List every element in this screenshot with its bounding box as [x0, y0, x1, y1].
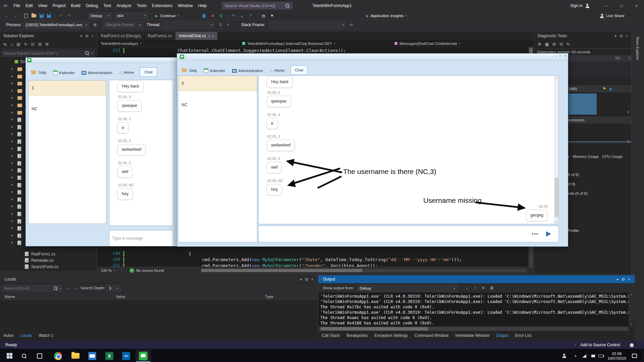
menu-item[interactable]: Build: [68, 0, 83, 11]
solution-search-box[interactable]: ▾: [2, 50, 95, 57]
menu-item[interactable]: Test: [101, 0, 114, 11]
message-area[interactable]: Hey back 02.05, 3 qweqwe 02.05, 3 e 02.0…: [109, 80, 173, 226]
zoom-in-icon[interactable]: ⊞: [552, 42, 556, 47]
vs-search-box[interactable]: Search Visual Studio (Ctrl+Q): [222, 2, 292, 9]
menu-item[interactable]: Tools: [134, 0, 149, 11]
chat-overflow-button[interactable]: •••: [532, 231, 539, 237]
process-dropdown[interactable]: [19032] TelerikWinFormsApp1.exe▾: [23, 21, 89, 28]
locals-header[interactable]: Locals ▾ ⊟ ×: [0, 275, 318, 283]
scroll-down-icon[interactable]: ▼: [630, 323, 632, 325]
chat-scrollbar[interactable]: ▲ ▼: [554, 76, 558, 224]
minimize-button[interactable]: –: [599, 0, 614, 11]
close-button[interactable]: ×: [564, 54, 566, 58]
task-view-button[interactable]: [35, 349, 44, 362]
undo-icon[interactable]: ↶: [59, 11, 63, 20]
tool-window-tab[interactable]: Exception Settings: [371, 331, 411, 340]
search-depth-dropdown[interactable]: 3▾: [107, 285, 121, 292]
navigate-back-icon[interactable]: ←: [5, 11, 9, 20]
vscode-icon[interactable]: </>: [121, 349, 131, 362]
chat-window-front[interactable]: – □ × ☎Salg Kalender Administration ⌂Hom…: [177, 53, 568, 247]
tray-chevron-up-icon[interactable]: ∧: [572, 349, 579, 362]
code-map-icon[interactable]: ▤: [262, 11, 265, 20]
code-health-indicator[interactable]: ✓No issues found: [129, 267, 164, 274]
output-console[interactable]: 'TelerikWinFormsApp1.exe' (CLR v4.0.3031…: [318, 293, 629, 326]
refresh-icon[interactable]: ↻: [24, 42, 28, 47]
navigate-forward-icon[interactable]: →: [13, 11, 17, 20]
diagnostic-tab[interactable]: Memory Usage: [573, 155, 599, 159]
breadcrumb-type[interactable]: TelerikWinFormsApp1.InternalChat.Backend…: [242, 40, 335, 47]
tool-window-tab[interactable]: Immediate Window: [452, 331, 493, 340]
output-source-dropdown[interactable]: Debug▾: [357, 285, 457, 292]
timeline-icon[interactable]: ▦: [545, 42, 549, 47]
notifications-bell-icon[interactable]: [630, 343, 634, 347]
stack-frame-dropdown[interactable]: ▾: [269, 21, 346, 28]
locals-search-input[interactable]: [4, 286, 52, 290]
sign-in-button[interactable]: Sign in: [570, 0, 590, 11]
pause-icon[interactable]: [203, 11, 205, 20]
save-all-icon[interactable]: [47, 11, 51, 20]
output-horizontal-scrollbar[interactable]: [319, 327, 629, 331]
taskbar-clock[interactable]: 02.06 10/07/2019: [605, 349, 629, 362]
tool-window-tab[interactable]: Output: [493, 331, 512, 340]
search-forward-icon[interactable]: →: [73, 286, 77, 290]
volume-icon[interactable]: [589, 349, 596, 362]
chat-tab-chat[interactable]: Chat: [290, 65, 307, 75]
contact-list[interactable]: 3 NC: [178, 75, 257, 242]
tool-window-tab[interactable]: Error List: [512, 331, 535, 340]
chevron-down-icon[interactable]: ▾: [80, 34, 82, 38]
breadcrumb-project[interactable]: TelerikWinFormsApp1▾: [101, 40, 142, 47]
collapse-all-icon[interactable]: ⊟: [31, 42, 35, 47]
chevron-down-icon[interactable]: ▾: [91, 52, 93, 55]
chat-tab-home[interactable]: ⌂Home: [118, 68, 135, 77]
step-into-icon[interactable]: ⇣: [240, 11, 244, 20]
tool-window-tab[interactable]: Locals: [17, 331, 36, 340]
editor-horizontal-scrollbar[interactable]: [201, 269, 527, 272]
close-icon[interactable]: ×: [311, 278, 313, 281]
stop-icon[interactable]: ■: [211, 11, 214, 20]
message-input-box[interactable]: •••: [258, 226, 559, 242]
pin-icon[interactable]: ⊟: [622, 278, 625, 281]
column-header-value[interactable]: Value: [116, 295, 125, 299]
tool-window-tab[interactable]: Watch 1: [35, 331, 57, 340]
send-icon[interactable]: [546, 231, 551, 237]
close-icon[interactable]: ×: [628, 278, 630, 281]
pin-icon[interactable]: ⊟: [305, 278, 308, 281]
menu-item[interactable]: Analyze: [114, 0, 134, 11]
chevron-down-icon[interactable]: ▾: [300, 278, 302, 281]
restart-icon[interactable]: ↻: [219, 11, 223, 20]
lifecycle-events-dropdown[interactable]: Lifecycle Events▾: [103, 21, 143, 28]
locals-search-box[interactable]: ▾: [2, 285, 62, 292]
word-wrap-icon[interactable]: ≡: [482, 286, 484, 290]
continue-button[interactable]: ▶ Continue ▾: [155, 11, 179, 20]
clear-all-icon[interactable]: ⊞: [490, 286, 493, 290]
file-explorer-icon[interactable]: [70, 349, 80, 362]
stack-frame-nav-icon[interactable]: ⇄: [350, 20, 353, 29]
action-center-icon[interactable]: [630, 349, 639, 362]
maximize-button[interactable]: □: [559, 54, 561, 58]
open-file-icon[interactable]: [32, 11, 36, 20]
chat-app-taskbar-button[interactable]: [136, 349, 151, 362]
close-icon[interactable]: ×: [92, 34, 94, 38]
settings-gear-icon[interactable]: ⚙: [538, 42, 541, 47]
diagnostic-tab[interactable]: CPU Usage: [602, 155, 623, 159]
message-input-box[interactable]: [109, 230, 173, 246]
chrome-icon[interactable]: [53, 349, 63, 362]
network-icon[interactable]: [581, 349, 588, 362]
add-to-source-control-button[interactable]: Add to Source Control: [580, 343, 620, 347]
menu-item[interactable]: Extensions: [149, 0, 175, 11]
tool-window-tab[interactable]: Command Window: [411, 331, 452, 340]
output-header[interactable]: Output ▾ ⊟ ×: [318, 275, 635, 283]
close-button[interactable]: ×: [629, 0, 644, 11]
zoom-out-icon[interactable]: ⊟: [559, 42, 563, 47]
tool-window-tab[interactable]: Breakpoints: [343, 331, 371, 340]
maximize-button[interactable]: □: [614, 0, 629, 11]
chat-window-titlebar[interactable]: – □ ×: [177, 54, 568, 60]
editor-tab[interactable]: RadForm1.cs [Design] ● ×: [97, 32, 144, 40]
minimize-button[interactable]: –: [555, 54, 557, 58]
step-out-icon[interactable]: ⇡: [249, 11, 253, 20]
chat-tab-home[interactable]: ⌂Home: [269, 66, 285, 75]
tool-window-tab[interactable]: Call Stack: [318, 331, 343, 340]
chat-tab-administration[interactable]: Administration: [81, 69, 113, 77]
scroll-up-icon[interactable]: ▲: [630, 293, 632, 296]
people-icon[interactable]: [560, 349, 568, 362]
